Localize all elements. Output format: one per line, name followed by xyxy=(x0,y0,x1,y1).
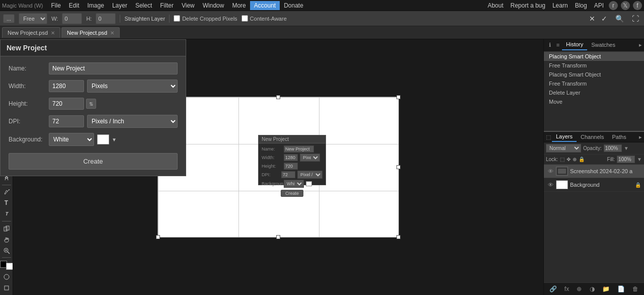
width-input[interactable] xyxy=(49,80,84,92)
new-group-btn[interactable]: 📁 xyxy=(600,284,612,293)
history-item-2[interactable]: Placing Smart Object xyxy=(544,70,644,79)
preview-height-input[interactable] xyxy=(284,163,298,170)
handle-bottom-left[interactable] xyxy=(156,235,160,239)
tab-layers[interactable]: Layers xyxy=(552,132,577,142)
name-input[interactable] xyxy=(49,62,178,75)
right-settings-icon[interactable]: ≡ xyxy=(554,40,562,50)
adjustment-layers-btn[interactable]: ◑ xyxy=(588,284,597,293)
preview-bg-select[interactable]: White xyxy=(284,180,304,188)
menu-view[interactable]: View xyxy=(178,1,199,10)
link-blog[interactable]: Blog xyxy=(573,1,589,10)
delete-layer-btn[interactable]: 🗑 xyxy=(630,284,640,293)
fullscreen-button[interactable]: ⛶ xyxy=(630,15,641,23)
handle-top-right[interactable] xyxy=(396,95,400,99)
pen-tool[interactable] xyxy=(1,187,12,197)
delete-cropped-checkbox[interactable] xyxy=(174,15,180,22)
history-item-5[interactable]: Move xyxy=(544,97,644,106)
handle-bottom-center[interactable] xyxy=(276,235,280,239)
new-layer-btn[interactable]: 📄 xyxy=(615,284,627,293)
handle-middle-right[interactable] xyxy=(396,165,400,169)
menu-account[interactable]: Account xyxy=(250,1,280,10)
preview-width-unit[interactable]: Pixel xyxy=(300,154,320,162)
link-layers-btn[interactable]: 🔗 xyxy=(547,284,559,293)
mask-layers-btn[interactable]: ⊕ xyxy=(575,284,584,293)
cancel-crop-button[interactable]: ✕ xyxy=(587,15,597,23)
bg-color-swatch[interactable] xyxy=(97,134,109,144)
link-dimensions-icon[interactable]: ⇅ xyxy=(86,99,96,109)
bg-arrow-btn[interactable]: ▼ xyxy=(110,135,118,143)
layers-collapse-icon[interactable]: ▸ xyxy=(639,134,642,140)
facebook-icon[interactable]: f xyxy=(633,1,642,10)
text-tool[interactable]: T xyxy=(1,198,12,208)
menu-edit[interactable]: Edit xyxy=(65,1,84,10)
layer-item-0[interactable]: 👁 Screenshot 2024-02-20 a xyxy=(544,165,644,178)
dpi-input[interactable] xyxy=(49,115,84,127)
history-item-1[interactable]: Free Transform xyxy=(544,61,644,70)
menu-window[interactable]: Window xyxy=(199,1,228,10)
w-input[interactable] xyxy=(62,13,82,24)
preview-width-input[interactable] xyxy=(284,154,298,161)
straighten-button[interactable]: Straighten Layer xyxy=(120,15,170,23)
hand-tool[interactable] xyxy=(1,235,12,245)
menu-select[interactable]: Select xyxy=(131,1,156,10)
menu-file[interactable]: File xyxy=(47,1,65,10)
search-button[interactable]: 🔍 xyxy=(613,15,626,23)
tab-1[interactable]: New Project.psd ✕ xyxy=(2,27,60,38)
handle-top-center[interactable] xyxy=(276,95,280,99)
tab-1-close[interactable]: ✕ xyxy=(51,30,55,36)
text-vertical-tool[interactable]: 𝙏 xyxy=(1,209,12,219)
fill-dropdown-icon[interactable]: ▼ xyxy=(637,157,642,162)
lock-position-icon[interactable]: ✥ xyxy=(567,157,571,162)
menu-more[interactable]: More xyxy=(228,1,250,10)
lock-all-icon[interactable]: 🔒 xyxy=(579,157,585,162)
link-learn[interactable]: Learn xyxy=(550,1,570,10)
link-report-bug[interactable]: Report a bug xyxy=(509,1,547,10)
right-collapse-icon[interactable]: ▸ xyxy=(639,42,642,48)
tab-2[interactable]: New Project.psd ✕ xyxy=(61,27,120,38)
menu-filter[interactable]: Filter xyxy=(156,1,178,10)
opacity-input[interactable] xyxy=(604,144,622,152)
menu-image[interactable]: Image xyxy=(84,1,108,10)
opacity-dropdown-icon[interactable]: ▼ xyxy=(624,145,629,151)
shape-tool[interactable] xyxy=(1,224,12,234)
right-info-icon[interactable]: ℹ xyxy=(546,40,554,50)
layer-1-visibility[interactable]: 👁 xyxy=(547,182,554,188)
background-color[interactable] xyxy=(6,263,13,270)
options-extra-btn[interactable]: ... xyxy=(3,14,15,23)
tab-history[interactable]: History xyxy=(562,39,587,50)
extra-tool-2[interactable] xyxy=(1,283,12,293)
confirm-crop-button[interactable]: ✓ xyxy=(599,15,609,23)
content-aware-checkbox[interactable] xyxy=(242,15,248,22)
lock-artboard-icon[interactable]: ⊕ xyxy=(573,157,577,162)
history-item-3[interactable]: Free Transform xyxy=(544,79,644,88)
fx-layers-btn[interactable]: fx xyxy=(562,284,571,293)
lock-pixel-icon[interactable]: ⬚ xyxy=(560,157,565,162)
link-about[interactable]: About xyxy=(486,1,505,10)
tab-paths[interactable]: Paths xyxy=(608,132,630,141)
layer-0-visibility[interactable]: 👁 xyxy=(547,168,554,174)
dpi-unit-select[interactable]: Pixels / Inch Pixels / cm xyxy=(87,115,178,128)
extra-tool-1[interactable] xyxy=(1,272,12,282)
link-api[interactable]: API xyxy=(592,1,606,10)
menu-donate[interactable]: Donate xyxy=(280,1,307,10)
width-unit-select[interactable]: Pixels Inches cm xyxy=(87,80,178,93)
preview-create-button[interactable]: Create xyxy=(281,190,303,197)
tab-channels[interactable]: Channels xyxy=(577,132,608,141)
preview-dpi-unit[interactable]: Pixel / I... xyxy=(297,171,323,179)
preview-dpi-input[interactable] xyxy=(281,171,295,178)
zoom-tool[interactable] xyxy=(1,246,12,256)
history-item-4[interactable]: Delete Layer xyxy=(544,88,644,97)
tab-swatches[interactable]: Swatches xyxy=(587,40,619,50)
bg-select[interactable]: White Black Transparent xyxy=(49,133,94,146)
create-button[interactable]: Create xyxy=(9,153,178,170)
menu-layer[interactable]: Layer xyxy=(108,1,131,10)
layers-panel-icon[interactable]: ⬚ xyxy=(546,134,551,140)
mode-select[interactable]: Free Fixed Ratio xyxy=(19,13,47,24)
preview-bg-swatch[interactable] xyxy=(306,181,312,186)
layer-item-1[interactable]: 👁 Background 🔒 xyxy=(544,178,644,192)
preview-name-input[interactable] xyxy=(284,145,314,153)
height-input[interactable] xyxy=(49,98,84,110)
h-input[interactable] xyxy=(96,13,116,24)
reddit-icon[interactable]: r xyxy=(609,1,618,10)
twitter-icon[interactable]: 𝕏 xyxy=(621,1,630,10)
